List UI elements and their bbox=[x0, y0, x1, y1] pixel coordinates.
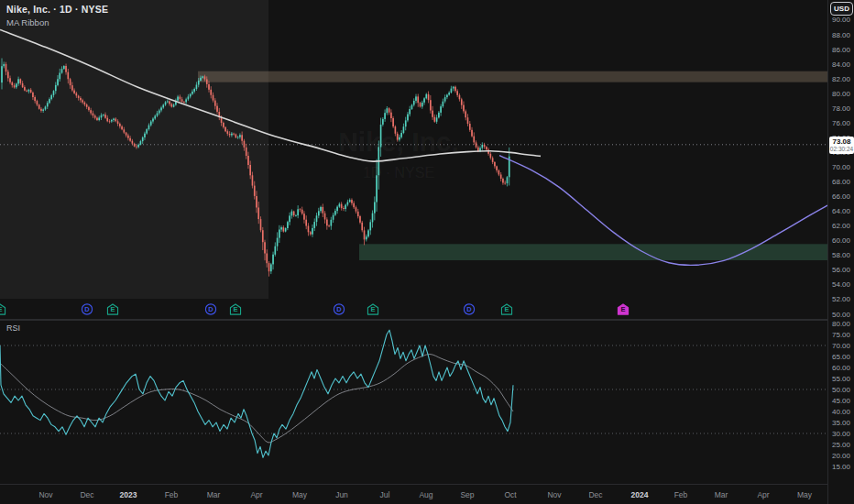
time-axis-month-label[interactable]: Nov bbox=[547, 490, 561, 499]
candle-body bbox=[146, 129, 148, 134]
candle-body bbox=[192, 92, 193, 94]
candle-body bbox=[334, 211, 336, 215]
time-axis-month-label[interactable]: Oct bbox=[504, 490, 516, 499]
dividend-icon[interactable]: D bbox=[464, 303, 476, 315]
time-axis-month-label[interactable]: Apr bbox=[757, 490, 769, 499]
candle-body bbox=[444, 97, 446, 102]
candle-body bbox=[188, 96, 190, 99]
candle-body bbox=[446, 95, 448, 98]
candle-body bbox=[71, 85, 73, 91]
candle-body bbox=[154, 116, 156, 119]
time-axis-month-label[interactable]: Jun bbox=[335, 490, 348, 499]
candle-body bbox=[93, 114, 94, 116]
candle-body bbox=[392, 118, 394, 126]
candle-body bbox=[272, 255, 274, 265]
candle-body bbox=[339, 204, 341, 207]
candle-body bbox=[438, 113, 440, 117]
candle-body bbox=[420, 103, 422, 106]
time-axis-month-label[interactable]: Feb bbox=[165, 490, 179, 499]
candle-body bbox=[430, 100, 432, 110]
earnings-icon[interactable]: E bbox=[0, 303, 6, 315]
time-axis[interactable]: NovDec2023FebMarAprMayJunJulAugSepOctNov… bbox=[0, 484, 827, 504]
candle-body bbox=[320, 207, 322, 211]
rsi-tick: 50.00 bbox=[832, 386, 850, 394]
rsi-pane[interactable] bbox=[0, 321, 827, 484]
candle-body bbox=[268, 263, 270, 271]
time-axis-year-label[interactable]: 2023 bbox=[120, 490, 137, 499]
candle-body bbox=[127, 136, 129, 138]
candle-body bbox=[451, 89, 453, 93]
candle-body bbox=[382, 119, 384, 125]
candle-body bbox=[496, 166, 498, 170]
earnings-icon[interactable]: E bbox=[367, 303, 379, 315]
candle-body bbox=[289, 215, 290, 222]
event-glyph: E bbox=[501, 303, 513, 315]
dividend-icon[interactable]: D bbox=[205, 303, 217, 315]
candle-body bbox=[415, 96, 417, 101]
time-axis-month-label[interactable]: Mar bbox=[715, 490, 728, 499]
price-axis[interactable]: USD 90.0088.0086.0084.0082.0080.0078.007… bbox=[827, 0, 854, 504]
rsi-tick: 65.00 bbox=[832, 353, 850, 361]
candle-body bbox=[45, 106, 47, 109]
event-letter: E bbox=[370, 305, 375, 313]
candle-body bbox=[57, 79, 59, 85]
candle-body bbox=[132, 141, 134, 144]
candle-body bbox=[111, 120, 113, 122]
earnings-icon[interactable]: E bbox=[501, 303, 513, 315]
candle-body bbox=[173, 104, 175, 106]
price-tick: 84.00 bbox=[832, 60, 850, 69]
candle-body bbox=[504, 183, 506, 184]
time-axis-month-label[interactable]: Nov bbox=[38, 490, 52, 499]
candle-body bbox=[351, 200, 353, 203]
earnings-icon[interactable]: E bbox=[230, 303, 242, 315]
candle-body bbox=[14, 85, 16, 87]
candle-body bbox=[500, 175, 502, 180]
dividend-icon[interactable]: D bbox=[334, 303, 345, 315]
candle-body bbox=[55, 85, 57, 91]
candle-body bbox=[262, 230, 264, 242]
candle-body bbox=[80, 98, 82, 100]
event-letter: E bbox=[233, 305, 237, 313]
time-axis-month-label[interactable]: Dec bbox=[588, 490, 602, 499]
candle-body bbox=[169, 102, 170, 104]
time-axis-month-label[interactable]: Apr bbox=[250, 490, 262, 499]
candle-body bbox=[103, 115, 104, 115]
candle-body bbox=[115, 119, 117, 122]
time-axis-month-label[interactable]: Sep bbox=[460, 490, 474, 499]
candle-body bbox=[448, 93, 450, 94]
dividend-icon[interactable]: D bbox=[82, 303, 93, 315]
price-pane[interactable] bbox=[0, 0, 827, 319]
time-axis-month-label[interactable]: Dec bbox=[80, 490, 93, 499]
zone-resistance[interactable] bbox=[198, 71, 827, 82]
candle-body bbox=[461, 99, 463, 104]
time-axis-month-label[interactable]: Mar bbox=[207, 490, 221, 499]
candle-body bbox=[372, 214, 374, 223]
event-letter: D bbox=[336, 305, 342, 313]
candle-body bbox=[316, 215, 318, 222]
candle-body bbox=[200, 78, 202, 81]
rsi-indicator-label[interactable]: RSI bbox=[6, 323, 20, 333]
time-axis-month-label[interactable]: May bbox=[292, 490, 307, 499]
rsi-chart-canvas[interactable] bbox=[0, 321, 827, 484]
projected-earnings-icon[interactable]: E bbox=[618, 303, 630, 315]
candle-body bbox=[119, 124, 121, 126]
candle-body bbox=[196, 85, 198, 90]
time-axis-month-label[interactable]: May bbox=[797, 490, 812, 499]
candle-body bbox=[22, 83, 24, 87]
currency-toggle-button[interactable]: USD bbox=[830, 2, 853, 16]
time-axis-year-label[interactable]: 2024 bbox=[631, 490, 649, 499]
candle-body bbox=[297, 209, 299, 215]
candle-body bbox=[279, 230, 280, 238]
time-axis-month-label[interactable]: Feb bbox=[674, 490, 688, 499]
time-axis-month-label[interactable]: Aug bbox=[419, 490, 432, 499]
price-tick: 52.00 bbox=[832, 295, 850, 303]
candle-body bbox=[214, 101, 216, 106]
rsi-tick: 70.00 bbox=[832, 342, 850, 350]
candle-body bbox=[183, 102, 185, 103]
event-letter: D bbox=[466, 305, 472, 313]
time-axis-month-label[interactable]: Jul bbox=[380, 490, 390, 499]
earnings-icon[interactable]: E bbox=[107, 303, 119, 315]
price-chart-canvas[interactable] bbox=[0, 0, 827, 319]
candle-body bbox=[411, 105, 413, 110]
candle-body bbox=[213, 95, 214, 101]
